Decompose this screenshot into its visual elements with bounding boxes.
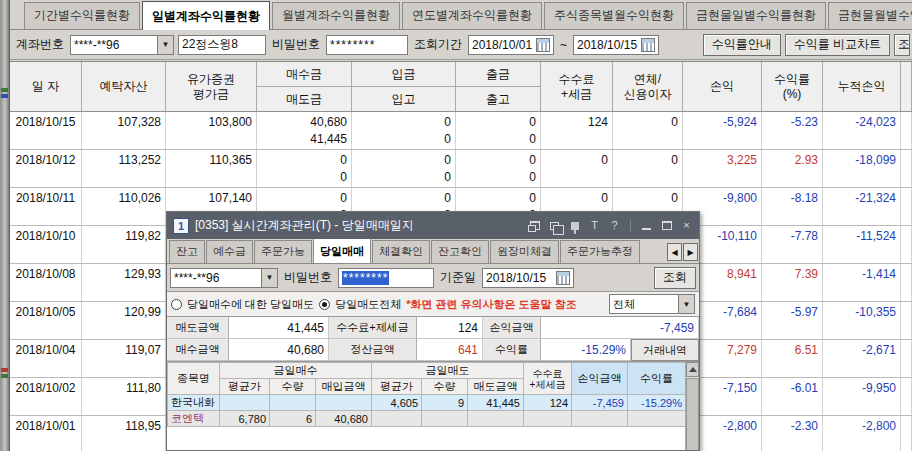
table-row[interactable]: 2018/10/15 107,328 103,800 40,68041,445 … (10, 112, 912, 150)
tab-period-returns[interactable]: 기간별수익률현황 (24, 2, 140, 29)
header-line: 매도금 (257, 86, 351, 111)
scroll-up-icon[interactable] (686, 362, 699, 377)
popup-title: [0353] 실시간계좌관리(T) - 당일매매일지 (195, 217, 522, 234)
popup-tab-orderable[interactable]: 주문가능 (254, 240, 312, 263)
radio-buy-based-sell[interactable] (171, 299, 182, 310)
header-withdraw-out[interactable]: 출금출고 (456, 62, 541, 111)
col-pnl[interactable]: 손익금액 (572, 363, 628, 395)
cell-withdraw-out: 00 (456, 150, 541, 187)
tab-scroll-left-icon[interactable]: ◀ (667, 243, 682, 261)
popup-summary: 매도금액 41,445 수수료+제세금 124 손익금액 -7,459 매수금액… (167, 317, 699, 362)
col-sell-avg[interactable]: 평균가 (372, 379, 422, 395)
col-sell-qty[interactable]: 수량 (422, 379, 468, 395)
col-buy-amt[interactable]: 매입금액 (316, 379, 372, 395)
header-pnl[interactable]: 손익 (683, 62, 762, 111)
header-securities-value[interactable]: 유가증권평가금 (166, 62, 257, 111)
table-row[interactable]: 2018/10/12 113,252 110,365 00 00 00 0 0 … (10, 150, 912, 188)
edge-artifact-green (1, 88, 8, 92)
header-deposit-in[interactable]: 입금입고 (352, 62, 456, 111)
account-label: 계좌번호 (14, 36, 66, 53)
pin-icon[interactable] (568, 220, 581, 232)
close-icon[interactable]: × (680, 220, 693, 232)
trade-row[interactable]: 한국내화 4,605 9 41,445 124 -7,459 -15.29% (168, 395, 686, 411)
calendar-icon[interactable] (556, 271, 570, 285)
minimize-icon[interactable] (640, 220, 653, 232)
vertical-scrollbar[interactable] (685, 362, 699, 450)
cell-date: 2018/10/08 (10, 264, 82, 301)
chevron-down-icon[interactable]: ▼ (157, 36, 173, 54)
header-rate[interactable]: 수익률(%) (762, 62, 823, 111)
col-buy-avg[interactable]: 평균가 (220, 379, 270, 395)
maximize-icon[interactable] (660, 220, 673, 232)
restore-size-icon[interactable] (528, 220, 541, 232)
window-number-icon: 1 (173, 218, 189, 234)
popup-password-field[interactable]: ******** (338, 268, 434, 288)
calendar-icon[interactable] (641, 38, 655, 52)
popup-account-select[interactable]: ****-**96 ▼ (170, 268, 278, 288)
cell-rate: -7.78 (762, 226, 823, 263)
tab-yearly-account-returns[interactable]: 연도별계좌수익률현황 (402, 2, 542, 29)
col-group-today-buy: 금일매수 (220, 363, 372, 379)
account-select[interactable]: ****-**96 ▼ (70, 35, 174, 55)
header-interest[interactable]: 연체/신용이자 (613, 62, 683, 111)
rate-value: -15.29% (541, 339, 631, 361)
cell-cum-pnl: -21,324 (823, 188, 901, 225)
filter-select[interactable]: 전체 ▼ (609, 294, 695, 314)
header-fee-tax[interactable]: 수수료+세금 (541, 62, 613, 111)
chevron-down-icon[interactable]: ▼ (261, 269, 277, 287)
col-sell-amt[interactable]: 매도금액 (468, 379, 524, 395)
popup-tab-order-estimate[interactable]: 주문가능추정 (560, 240, 640, 263)
col-fee-tax[interactable]: 수수료+제세금 (524, 363, 572, 395)
duplicate-window-icon[interactable] (548, 220, 561, 232)
popup-tab-daily-trading[interactable]: 당일매매 (313, 239, 371, 263)
popup-titlebar[interactable]: 1 [0353] 실시간계좌관리(T) - 당일매매일지 T ? × (167, 212, 699, 239)
returns-compare-chart-button[interactable]: 수익률 비교차트 (785, 34, 890, 56)
popup-tab-balance-check[interactable]: 잔고확인 (431, 240, 489, 263)
scrollbar-thumb[interactable] (686, 378, 699, 450)
tab-scroll-right-icon[interactable]: ▶ (683, 243, 698, 261)
cell-date: 2018/10/05 (10, 302, 82, 339)
cell-date: 2018/10/12 (10, 150, 82, 187)
tab-daily-account-returns[interactable]: 일별계좌수익률현황 (142, 1, 270, 30)
chevron-down-icon[interactable]: ▼ (678, 295, 694, 313)
header-cum-pnl[interactable]: 누적손익 (823, 62, 901, 111)
cell-buy-qty: 6 (270, 411, 316, 427)
period-to-field[interactable]: 2018/10/15 (573, 35, 659, 55)
col-buy-qty[interactable]: 수량 (270, 379, 316, 395)
col-stock-name[interactable]: 종목명 (168, 363, 220, 395)
cell-deposit-asset: 111,80 (82, 378, 166, 415)
trade-row[interactable]: 코엔텍 6,780 6 40,680 (168, 411, 686, 427)
trade-history-button[interactable]: 거래내역 (631, 339, 699, 361)
period-from-field[interactable]: 2018/10/01 (468, 35, 554, 55)
header-date[interactable]: 일 자 (10, 62, 82, 111)
base-date-field[interactable]: 2018/10/15 (482, 268, 574, 288)
clipped-query-button[interactable]: 조 (894, 34, 910, 56)
popup-tab-deposit[interactable]: 예수금 (206, 240, 253, 263)
tab-monthly-account-returns[interactable]: 월별계좌수익률현황 (272, 2, 400, 29)
calendar-icon[interactable] (536, 38, 550, 52)
radio-sell-all[interactable] (319, 299, 330, 310)
text-tool-icon[interactable]: T (588, 220, 601, 232)
tab-gold-monthly-returns[interactable]: 금현물월별수익률현황 (828, 2, 912, 29)
account-name-field[interactable]: 22정스윙8 (178, 35, 266, 55)
popup-tab-unexecuted[interactable]: 원장미체결 (490, 240, 559, 263)
daily-trading-journal-popup: 1 [0353] 실시간계좌관리(T) - 당일매매일지 T ? × 잔고 예수… (166, 211, 700, 451)
pnl-amount-value: -7,459 (541, 317, 699, 339)
header-line: 수익률 (774, 72, 810, 87)
tab-stock-monthly-returns[interactable]: 주식종목별월수익현황 (544, 2, 684, 29)
cell-buy-avg: 6,780 (220, 411, 270, 427)
tab-gold-daily-returns[interactable]: 금현물일별수익률현황 (686, 2, 826, 29)
cell-cum-pnl: -24,023 (823, 112, 901, 149)
help-icon[interactable]: ? (608, 220, 621, 232)
popup-options-row: 당일매수에 대한 당일매도 당일매도전체 *화면 관련 유의사항은 도움말 참조… (167, 292, 699, 317)
popup-tab-execution[interactable]: 체결확인 (372, 240, 430, 263)
col-rate[interactable]: 수익률 (628, 363, 686, 395)
header-buy-sell[interactable]: 매수금매도금 (257, 62, 352, 111)
cell-empty (901, 264, 912, 301)
header-deposit-asset[interactable]: 예탁자산 (82, 62, 166, 111)
returns-guide-button[interactable]: 수익률안내 (703, 34, 781, 56)
search-button[interactable]: 조회 (654, 267, 696, 289)
popup-tab-balance[interactable]: 잔고 (169, 240, 205, 263)
password-field[interactable]: ******** (326, 35, 408, 55)
filter-value: 전체 (613, 297, 635, 312)
